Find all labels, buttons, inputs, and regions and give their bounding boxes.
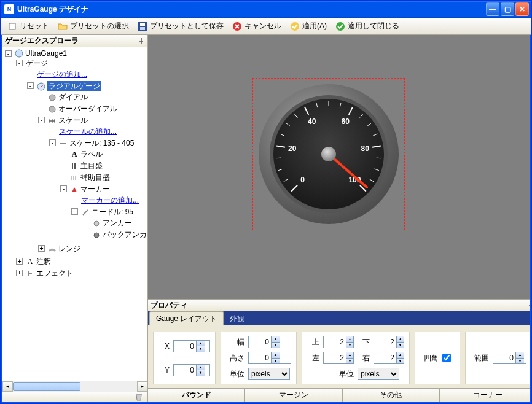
tree-needle[interactable]: ニードル: 95 [81,207,146,217]
spin-up[interactable]: ▲ [346,336,353,343]
tree-back-anchor[interactable]: バックアンカ [92,230,146,240]
label-left: 左 [307,353,319,363]
apply-button[interactable]: 適用(A) [286,19,331,34]
input-left[interactable]: ▲▼ [323,352,354,364]
spin-down[interactable]: ▼ [396,359,404,364]
spin-up[interactable]: ▲ [515,352,524,359]
toolbar: リセット プリセットの選択 プリセットとして保存 キャンセル 適用(A) 適用し… [1,18,531,35]
tree-minor-tick[interactable]: 補助目盛 [70,173,146,183]
close-button[interactable]: ✕ [515,2,529,16]
spin-down[interactable]: ▼ [396,343,404,348]
tree-marker-group[interactable]: マーカー [70,184,146,195]
spin-down[interactable]: ▼ [515,359,524,364]
tree-effect[interactable]: Eエフェクト [26,268,146,279]
scroll-left-button[interactable]: ◄ [2,381,13,392]
tree-toggle[interactable]: + [38,245,45,252]
tab-margin[interactable]: マージン [245,389,342,402]
label-y: Y [158,366,170,375]
tree-add-gauge[interactable]: ゲージの追加... [37,69,146,80]
minimize-button[interactable]: — [486,2,499,16]
save-preset-button[interactable]: プリセットとして保存 [133,19,228,34]
minor-tick-icon [70,174,79,182]
gauge-explorer-tree[interactable]: - UltraGauge1 - ゲージ ゲージの追加... [2,47,147,381]
svg-rect-16 [60,143,66,144]
spin-up[interactable]: ▲ [346,352,353,359]
input-height[interactable]: ▲▼ [248,352,291,364]
tree-label[interactable]: Aラベル [70,149,146,160]
scroll-thumb[interactable] [13,382,80,391]
tree-scale-item[interactable]: スケール: 135 - 405 [59,138,146,149]
range-icon [48,245,57,254]
tree-toggle[interactable]: - [60,185,67,192]
apply-close-button[interactable]: 適用して閉じる [331,19,404,34]
tree-toggle[interactable]: - [38,117,45,123]
label-x: X [158,342,170,351]
input-bottom[interactable]: ▲▼ [374,336,404,348]
tree-major-tick[interactable]: 主目盛 [70,161,146,171]
spin-down[interactable]: ▼ [196,370,205,376]
tree-toggle[interactable]: - [27,82,34,89]
scroll-track[interactable] [13,381,137,392]
pin-icon[interactable] [138,37,145,45]
tab-bound[interactable]: バウンド [148,389,245,402]
tree-root[interactable]: UltraGauge1 [15,49,146,58]
input-y[interactable]: ▲▼ [173,364,210,376]
spin-down[interactable]: ▼ [346,343,353,348]
reset-button[interactable]: リセット [3,19,53,34]
input-right[interactable]: ▲▼ [374,352,404,364]
select-unit[interactable]: pixels [248,368,290,380]
tree-anchor[interactable]: アンカー [92,218,146,228]
tree-toggle[interactable]: - [49,139,56,146]
input-extent[interactable]: ▲▼ [493,352,526,364]
spin-down[interactable]: ▼ [271,359,280,364]
trash-icon[interactable] [134,392,144,402]
cancel-button[interactable]: キャンセル [228,19,286,34]
checkbox-square[interactable] [442,354,451,362]
spin-down[interactable]: ▼ [196,346,205,352]
tree-gauge-group[interactable]: ゲージ [26,58,146,69]
tab-other[interactable]: その他 [343,389,440,402]
tree-add-scale[interactable]: スケールの追加... [59,126,146,137]
tree-toggle[interactable]: - [71,208,78,215]
gauge-root-icon [15,49,23,58]
scroll-right-button[interactable]: ► [137,381,147,392]
tree-toggle[interactable]: - [16,60,23,66]
tab-corner[interactable]: コーナー [440,389,531,402]
group-square: 四角 [415,332,460,384]
gauge-preview[interactable]: 020406080100 [256,82,401,227]
anchor-icon [92,219,101,228]
svg-marker-22 [72,187,77,192]
spin-up[interactable]: ▲ [396,352,404,359]
spin-up[interactable]: ▲ [396,336,404,343]
explorer-footer: ◄ ► [2,381,147,402]
tree-radial-gauge[interactable]: ラジアルゲージ [37,81,146,91]
tree-scale-group[interactable]: スケール [48,115,146,126]
tree-toggle[interactable]: - [5,50,12,57]
spin-down[interactable]: ▼ [271,343,280,348]
select-unit2[interactable]: pixels [358,368,399,380]
tree-toggle[interactable]: + [16,270,23,276]
spin-down[interactable]: ▼ [346,359,353,364]
input-x[interactable]: ▲▼ [173,340,210,352]
tree-toggle[interactable]: + [16,258,23,265]
input-width[interactable]: ▲▼ [248,336,291,348]
tree-range[interactable]: レンジ [48,244,146,254]
horizontal-scrollbar[interactable]: ◄ ► [2,381,147,392]
svg-text:0: 0 [300,176,305,184]
tab-appearance[interactable]: 外観 [224,312,251,325]
svg-point-11 [49,106,55,112]
tab-gauge-layout[interactable]: Gauge レイアウト [149,311,224,325]
spin-up[interactable]: ▲ [271,352,280,359]
spin-up[interactable]: ▲ [196,365,205,371]
maximize-button[interactable]: ▢ [501,2,514,16]
pin-icon[interactable] [527,301,531,310]
tree-annotation[interactable]: A注釈 [26,257,146,267]
tree-add-marker[interactable]: マーカーの追加... [81,195,146,206]
design-canvas[interactable]: 020406080100 [148,35,531,299]
spin-up[interactable]: ▲ [271,336,280,343]
select-preset-button[interactable]: プリセットの選択 [53,19,133,34]
input-top[interactable]: ▲▼ [323,336,354,348]
tree-overdial[interactable]: オーバーダイアル [48,104,146,114]
tree-dial[interactable]: ダイアル [48,92,146,103]
spin-up[interactable]: ▲ [196,341,205,347]
